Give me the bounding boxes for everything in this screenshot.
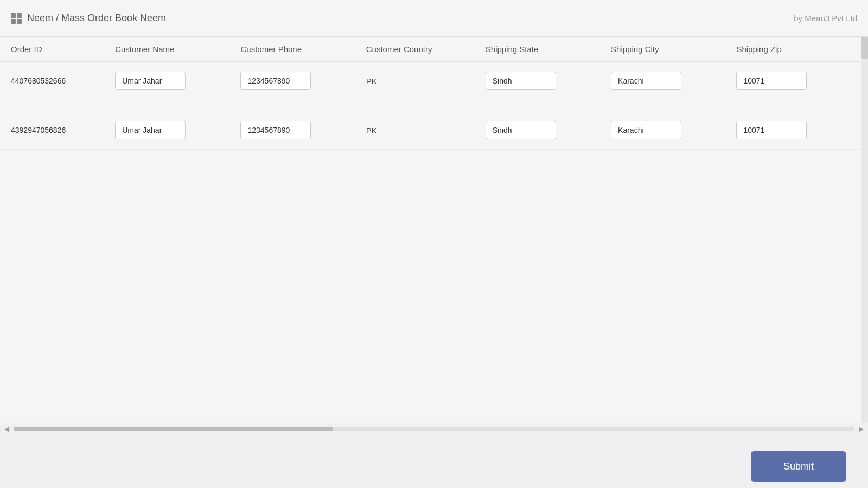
customer-phone-input[interactable] [240,72,311,90]
customer-phone-cell [229,62,355,100]
customer-phone-input[interactable] [240,121,311,139]
shipping-city-input[interactable] [611,121,681,139]
header-left: Neem / Mass Order Book Neem [11,12,166,24]
brand-label: by Mean3 Pvt Ltd [794,14,857,23]
customer-name-input[interactable] [115,121,186,139]
horizontal-scrollbar[interactable]: ◀ ▶ [0,423,868,434]
customer-name-cell [104,111,229,150]
scroll-right-arrow[interactable]: ▶ [857,425,866,433]
header: Neem / Mass Order Book Neem by Mean3 Pvt… [0,0,868,37]
table-row: 4392947056826PK [0,111,868,150]
vertical-scrollbar[interactable] [861,37,868,423]
col-shipping-city: Shipping City [600,37,725,62]
col-customer-name: Customer Name [104,37,229,62]
customer-name-input[interactable] [115,72,186,90]
shipping-state-cell [475,62,600,100]
customer-name-cell [104,62,229,100]
shipping-zip-input[interactable] [736,72,807,90]
shipping-state-input[interactable] [486,121,556,139]
scroll-thumb[interactable] [14,427,333,431]
col-customer-phone: Customer Phone [229,37,355,62]
shipping-state-cell [475,111,600,150]
shipping-state-input[interactable] [486,72,556,90]
shipping-city-cell [600,111,725,150]
spacer-row [0,100,868,111]
order-id-cell: 4392947056826 [0,111,104,150]
col-shipping-zip: Shipping Zip [725,37,851,62]
customer-country-cell: PK [355,111,475,150]
spacer-row [0,150,868,160]
scroll-track[interactable] [14,427,854,431]
customer-phone-cell [229,111,355,150]
grid-icon [11,13,22,24]
table-wrapper: Order ID Customer Name Customer Phone Cu… [0,37,868,160]
submit-button[interactable]: Submit [751,451,846,482]
orders-table: Order ID Customer Name Customer Phone Cu… [0,37,868,160]
vertical-scroll-thumb[interactable] [861,37,868,59]
col-order-id: Order ID [0,37,104,62]
order-id-cell: 4407680532666 [0,62,104,100]
col-shipping-state: Shipping State [475,37,600,62]
shipping-zip-cell [725,111,851,150]
col-customer-country: Customer Country [355,37,475,62]
shipping-zip-cell [725,62,851,100]
shipping-city-cell [600,62,725,100]
table-header-row: Order ID Customer Name Customer Phone Cu… [0,37,868,62]
breadcrumb: Neem / Mass Order Book Neem [27,12,166,24]
shipping-zip-input[interactable] [736,121,807,139]
footer: Submit [0,434,868,488]
customer-country-cell: PK [355,62,475,100]
table-container: Order ID Customer Name Customer Phone Cu… [0,37,868,423]
table-row: 4407680532666PK [0,62,868,100]
shipping-city-input[interactable] [611,72,681,90]
scroll-left-arrow[interactable]: ◀ [2,425,11,433]
